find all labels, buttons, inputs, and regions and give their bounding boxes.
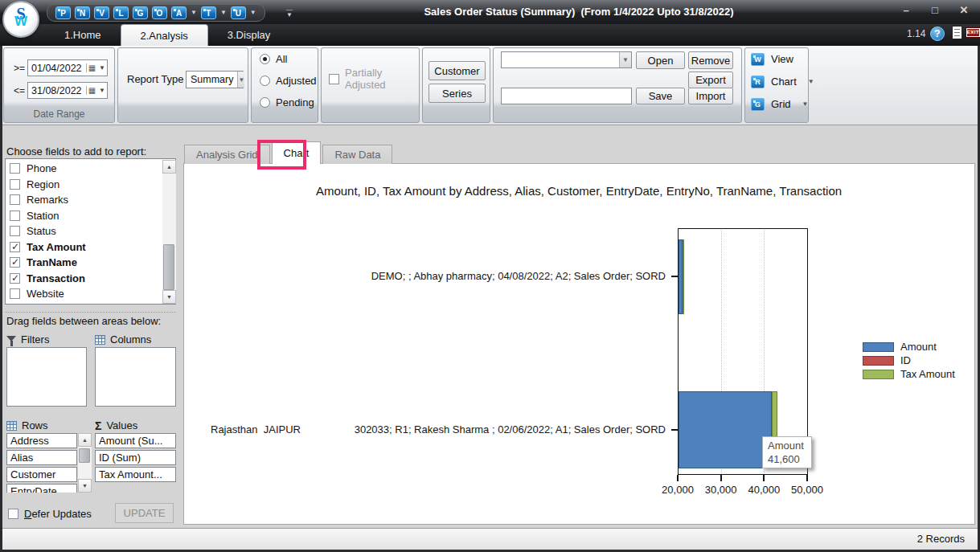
from-operator: >= — [14, 63, 25, 74]
qat-u-button[interactable]: U — [231, 6, 246, 19]
radio-pending[interactable]: Pending — [260, 96, 314, 108]
ribbon-tab-display[interactable]: 3.Display — [208, 24, 289, 46]
chart-legend: AmountIDTax Amount — [863, 340, 955, 381]
series-button[interactable]: Series — [428, 84, 486, 103]
field-item-tranname[interactable]: TranName — [10, 255, 162, 271]
chevron-down-icon[interactable]: ▼ — [191, 10, 197, 16]
field-checkbox[interactable] — [10, 211, 20, 221]
values-chip[interactable]: Tax Amount... — [95, 467, 176, 482]
rows-scrollbar[interactable]: ▲ ▼ — [78, 433, 92, 493]
field-item-status[interactable]: Status — [10, 223, 162, 239]
help-icon[interactable]: ? — [930, 27, 945, 41]
calendar-icon[interactable]: ▦ — [86, 63, 97, 72]
columns-dropzone[interactable] — [95, 347, 176, 407]
qat-t-button[interactable]: T — [201, 6, 216, 19]
scroll-up-icon[interactable]: ▲ — [78, 433, 92, 447]
qat-l-button[interactable]: L — [113, 6, 129, 19]
field-item-website[interactable]: Website — [10, 286, 162, 302]
ribbon-tab-home[interactable]: 1.Home — [45, 24, 121, 46]
rows-chip-entrydate[interactable]: EntryDate — [6, 484, 77, 493]
chevron-down-icon[interactable]: ▼ — [808, 78, 814, 85]
chevron-down-icon[interactable]: ▼ — [619, 52, 631, 67]
report-type-combo[interactable]: Summary ▼ — [186, 71, 244, 88]
field-item-region[interactable]: Region — [10, 177, 162, 193]
filters-dropzone[interactable] — [6, 347, 87, 407]
field-item-station[interactable]: Station — [10, 208, 162, 224]
export-button[interactable]: Export — [688, 72, 733, 88]
maximize-icon[interactable]: □ — [929, 4, 941, 16]
x-axis-label: 40,000 — [741, 484, 786, 496]
minimize-icon[interactable]: – — [900, 4, 912, 16]
radio-adjusted[interactable]: Adjusted — [260, 75, 317, 86]
radio-all[interactable]: All — [260, 53, 287, 64]
qat-n-button[interactable]: N — [75, 6, 90, 19]
radio-icon[interactable] — [260, 97, 270, 108]
rows-chip-alias[interactable]: Alias — [6, 450, 77, 465]
bar-tax-amount-0[interactable] — [683, 239, 684, 314]
scroll-up-icon[interactable]: ▲ — [162, 160, 176, 174]
values-chip[interactable]: Amount (Su... — [95, 433, 176, 448]
chevron-down-icon[interactable]: ▼ — [237, 72, 244, 88]
field-item-tax-amount[interactable]: Tax Amount — [10, 239, 162, 256]
qat-p-button[interactable]: P — [55, 6, 71, 19]
radio-icon[interactable] — [260, 54, 270, 64]
application-window: PNVLGOA▼T▼U▼ —▼ Sales Order Status (Summ… — [0, 0, 980, 552]
field-checkbox[interactable] — [10, 163, 20, 174]
view-view-button[interactable]: WView — [751, 52, 793, 66]
rows-dropzone[interactable]: AddressAliasCustomerEntryDate ▲ ▼ — [6, 433, 92, 493]
field-item-transaction[interactable]: Transaction — [10, 271, 162, 287]
field-checkbox[interactable] — [10, 257, 20, 268]
date-from-field[interactable]: 01/04/2022 ▦ ▼ — [27, 59, 108, 76]
scrollbar-thumb[interactable] — [163, 244, 174, 290]
field-item-remarks[interactable]: Remarks — [10, 192, 162, 208]
scrollbar-thumb[interactable] — [79, 448, 90, 463]
chevron-down-icon[interactable]: ▼ — [220, 10, 227, 16]
scroll-down-icon[interactable]: ▼ — [162, 290, 176, 304]
remove-button[interactable]: Remove — [688, 51, 733, 69]
customer-button[interactable]: Customer — [428, 61, 486, 80]
radio-icon[interactable] — [260, 76, 270, 86]
rows-chip-customer[interactable]: Customer — [6, 467, 77, 482]
update-button[interactable]: UPDATE — [115, 503, 174, 523]
field-chooser-header: Choose fields to add to report: — [6, 145, 146, 157]
chart-view-button[interactable]: RChart▼ — [751, 75, 814, 88]
chevron-down-icon[interactable]: ▼ — [802, 100, 809, 108]
field-item-phone[interactable]: Phone — [10, 161, 162, 177]
field-list-scrollbar[interactable]: ▲ ▼ — [162, 160, 176, 304]
rows-chip-address[interactable]: Address — [6, 433, 77, 448]
layout-combo[interactable]: ▼ — [501, 51, 632, 68]
close-icon[interactable]: ✕ — [957, 4, 970, 16]
field-checkbox[interactable] — [10, 242, 20, 252]
values-dropzone[interactable]: Amount (Su...ID (Sum)Tax Amount... — [95, 433, 176, 493]
calendar-icon[interactable]: ▦ — [86, 86, 97, 95]
qat-g-button[interactable]: G — [133, 6, 148, 19]
ribbon: >= 01/04/2022 ▦ ▼ <= 31/08/2022 ▦ ▼ Date… — [2, 46, 978, 125]
chevron-down-icon[interactable]: ▼ — [97, 87, 107, 94]
qat-v-button[interactable]: V — [94, 6, 109, 19]
field-checkbox[interactable] — [10, 226, 20, 236]
field-checkbox[interactable] — [10, 194, 20, 205]
defer-updates-checkbox[interactable] — [8, 509, 18, 519]
field-checkbox[interactable] — [10, 179, 20, 190]
partially-adjusted-checkbox[interactable] — [329, 74, 339, 84]
ribbon-tab-analysis[interactable]: 2.Analysis — [121, 24, 208, 46]
import-button[interactable]: Import — [688, 88, 733, 104]
values-chip[interactable]: ID (Sum) — [95, 450, 176, 465]
chevron-down-icon[interactable]: ▼ — [250, 10, 256, 16]
open-button[interactable]: Open — [636, 51, 685, 69]
chevron-down-icon[interactable]: ▼ — [97, 64, 107, 72]
date-to-field[interactable]: 31/08/2022 ▦ ▼ — [27, 82, 108, 99]
qat-a-button[interactable]: A — [171, 6, 187, 19]
bar-amount-1[interactable] — [679, 391, 772, 468]
view-button-label: Chart — [771, 76, 797, 88]
field-checkbox[interactable] — [10, 288, 20, 299]
scroll-down-icon[interactable]: ▼ — [78, 479, 92, 493]
layout-name-input[interactable] — [501, 88, 632, 104]
category-label: DEMO; ; Abhay pharmacy; 04/08/2022; A2; … — [273, 270, 666, 282]
qat-o-button[interactable]: O — [152, 6, 167, 19]
field-checkbox[interactable] — [10, 273, 20, 284]
document-icon[interactable] — [952, 26, 962, 39]
tab-raw-data[interactable]: Raw Data — [322, 145, 392, 164]
save-button[interactable]: Save — [636, 88, 685, 104]
exit-icon[interactable]: EXIT — [966, 27, 980, 38]
